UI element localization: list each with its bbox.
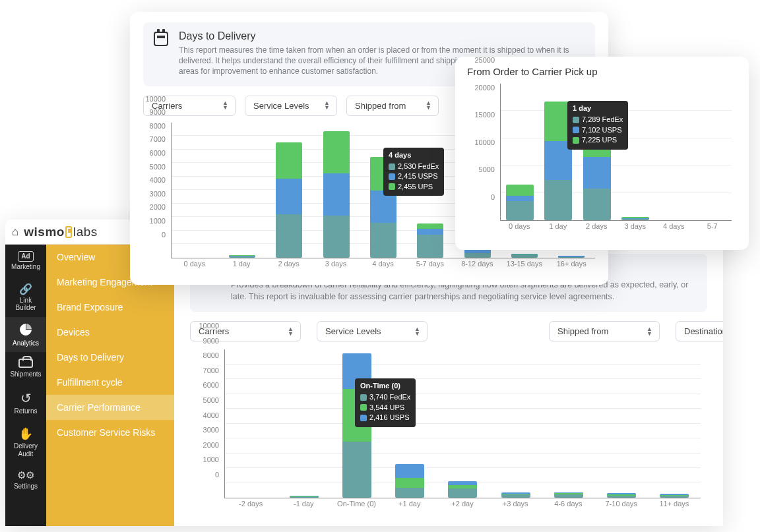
subnav-item-fulfillment-cycle[interactable]: Fulfillment cycle: [46, 370, 174, 395]
primary-nav-rail: Ad Marketing 🔗 LinkBuilder Analytics Shi…: [5, 245, 46, 526]
subnav-item-brand-exposure[interactable]: Brand Exposure: [46, 295, 174, 320]
bar-segment[interactable]: [554, 494, 583, 498]
bar-segment[interactable]: [607, 496, 636, 498]
bar-segment[interactable]: [506, 196, 534, 201]
bar-segment[interactable]: [448, 488, 477, 498]
pie-chart-icon: [5, 324, 46, 338]
axis-tick: 8-12 days: [454, 260, 501, 274]
bar-segment[interactable]: [395, 478, 424, 488]
bar-segment[interactable]: [583, 189, 611, 220]
chevron-updown-icon: ▲▼: [414, 327, 420, 336]
rail-item-marketing[interactable]: Ad Marketing: [5, 245, 46, 276]
bar-segment[interactable]: [417, 229, 443, 234]
ad-icon: Ad: [18, 251, 34, 262]
bar-segment[interactable]: [464, 253, 491, 257]
rail-item-settings[interactable]: ⚙︎⚙︎ Settings: [5, 463, 46, 496]
chart-tooltip: 1 day 7,289 FedEx 7,102 USPS 7,225 UPS: [567, 101, 628, 150]
bar-segment[interactable]: [323, 173, 350, 216]
filter-row: Carriers▲▼Service Levels▲▼Shipped from▲▼…: [190, 321, 707, 349]
bar-segment[interactable]: [276, 142, 302, 179]
calendar-icon: [154, 32, 168, 46]
axis-tick: 13-15 days: [501, 260, 548, 274]
axis-tick: 4-6 days: [542, 500, 594, 514]
axis-tick: 4 days: [654, 222, 693, 237]
axis-tick: -2 days: [224, 500, 277, 514]
chevron-updown-icon: ▲▼: [288, 327, 294, 336]
subnav-item-carrier-performance[interactable]: Carrier Performance: [46, 395, 174, 420]
axis-tick: +3 days: [489, 500, 542, 514]
axis-tick: 5-7: [693, 222, 732, 237]
bar-segment[interactable]: [660, 496, 689, 498]
link-icon: 🔗: [5, 283, 46, 295]
axis-tick: 2 days: [265, 260, 312, 274]
bar-segment[interactable]: [323, 216, 350, 258]
bar-segment[interactable]: [506, 201, 534, 220]
axis-tick: 3 days: [616, 222, 655, 237]
filter-select-shipped-from[interactable]: Shipped from▲▼: [549, 321, 660, 341]
bar-segment[interactable]: [417, 223, 443, 229]
bar-segment[interactable]: [276, 179, 302, 214]
legend-swatch: [389, 183, 395, 190]
order-to-pickup-chart: 05000100001500020000250000 days1 day2 da…: [466, 84, 738, 237]
logo-badge-icon: [65, 226, 72, 238]
bar-segment[interactable]: [229, 256, 255, 258]
bar-segment[interactable]: [583, 157, 611, 188]
legend-swatch: [573, 137, 579, 144]
undo-icon: ↺: [5, 390, 46, 406]
secondary-nav: OverviewMarketing EngagementBrand Exposu…: [46, 245, 174, 526]
axis-tick: 3 days: [312, 260, 359, 274]
subnav-item-customer-service-risks[interactable]: Customer Service Risks: [46, 420, 174, 445]
bar-segment[interactable]: [323, 131, 350, 173]
bar-segment[interactable]: [506, 185, 534, 196]
axis-tick: -1 day: [277, 500, 330, 514]
legend-swatch: [573, 117, 579, 123]
bar-segment[interactable]: [621, 219, 649, 220]
carrier-performance-chart: 0100020003000400050006000700080009000100…: [190, 349, 707, 514]
chevron-updown-icon: ▲▼: [647, 327, 652, 336]
bar-segment[interactable]: [290, 497, 319, 498]
axis-tick: +2 day: [436, 500, 489, 514]
legend-swatch: [389, 173, 395, 180]
bar-segment[interactable]: [395, 464, 424, 477]
bar-segment[interactable]: [558, 257, 585, 258]
legend-swatch: [389, 163, 395, 170]
axis-tick: 4 days: [360, 260, 406, 274]
legend-swatch: [360, 404, 367, 411]
filter-select-destination[interactable]: Destination▲▼: [676, 321, 723, 341]
axis-tick: 16+ days: [548, 260, 595, 274]
rail-item-shipments[interactable]: Shipments: [5, 352, 46, 384]
rail-item-analytics[interactable]: Analytics: [5, 317, 46, 353]
report-title: Days to Delivery: [179, 30, 585, 42]
axis-tick: 2 days: [577, 222, 616, 237]
axis-tick: On-Time (0): [330, 500, 383, 514]
bar-segment[interactable]: [544, 180, 572, 220]
panel-title: From Order to Carrier Pick up: [467, 66, 737, 77]
bar-segment[interactable]: [501, 494, 530, 498]
subnav-item-devices[interactable]: Devices: [46, 320, 174, 345]
chevron-updown-icon: ▲▼: [222, 101, 228, 110]
filter-select-service-levels[interactable]: Service Levels▲▼: [317, 321, 428, 341]
legend-swatch: [360, 415, 367, 421]
axis-tick: +1 day: [383, 500, 436, 514]
bar-segment[interactable]: [417, 235, 443, 258]
subnav-item-days-to-delivery[interactable]: Days to Delivery: [46, 345, 174, 370]
content-area: Carrier Performance Provides a breakdown…: [174, 245, 723, 526]
order-to-pickup-panel: From Order to Carrier Pick up 0500010000…: [455, 57, 749, 250]
box-icon: [18, 359, 33, 368]
rail-label: DeliveryAudit: [5, 442, 46, 458]
rail-item-returns[interactable]: ↺ Returns: [5, 384, 46, 421]
chevron-updown-icon: ▲▼: [426, 101, 431, 110]
filter-select-service-levels[interactable]: Service Levels▲▼: [245, 96, 337, 116]
bar-segment[interactable]: [342, 442, 371, 498]
bar-segment[interactable]: [511, 255, 538, 258]
bar-segment[interactable]: [370, 223, 396, 257]
axis-tick: 0 days: [500, 222, 539, 237]
filter-select-shipped-from[interactable]: Shipped from▲▼: [346, 96, 439, 116]
bar-segment[interactable]: [276, 214, 302, 258]
axis-tick: 5-7 days: [406, 260, 453, 274]
rail-item-delivery-audit[interactable]: ✋ DeliveryAudit: [5, 420, 46, 463]
home-icon[interactable]: ⌂: [12, 225, 18, 239]
legend-swatch: [573, 127, 579, 133]
bar-segment[interactable]: [395, 488, 424, 498]
rail-item-link-builder[interactable]: 🔗 LinkBuilder: [5, 276, 46, 317]
